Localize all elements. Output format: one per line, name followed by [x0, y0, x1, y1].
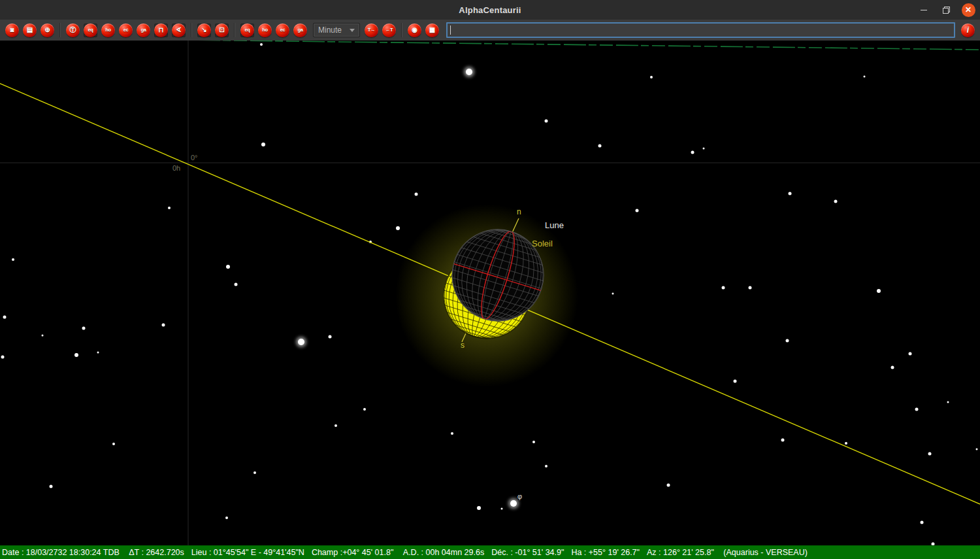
visibility-button[interactable]: ◉ — [408, 24, 421, 37]
star[interactable] — [451, 432, 453, 435]
grid-horizontal-icon: ho — [258, 24, 272, 37]
window-title: AlphaCentaurii — [459, 5, 521, 15]
star[interactable] — [691, 151, 694, 154]
status-segment: Champ :+04° 45' 01.8" — [312, 548, 396, 557]
star[interactable] — [112, 443, 115, 445]
star[interactable] — [235, 283, 238, 286]
grid-label: 0h — [172, 164, 180, 172]
star[interactable] — [864, 76, 866, 78]
star[interactable] — [168, 207, 171, 209]
star[interactable] — [703, 148, 705, 150]
time-step-back-button[interactable]: ←T — [382, 24, 396, 37]
star[interactable] — [667, 484, 670, 487]
grid-ecliptic-button[interactable]: ec — [276, 24, 289, 37]
time-step-forward-button[interactable]: T→ — [365, 24, 378, 37]
minimize-icon — [921, 10, 927, 10]
star[interactable] — [915, 408, 919, 411]
calendar-button[interactable]: ▤ — [23, 24, 37, 37]
restore-button[interactable] — [938, 2, 954, 18]
star[interactable] — [335, 424, 337, 427]
time-step-back-icon: ←T — [382, 24, 396, 37]
star[interactable] — [928, 452, 932, 456]
star[interactable] — [650, 76, 653, 78]
grid-galactic-button[interactable]: ga — [293, 24, 307, 37]
star[interactable] — [947, 401, 949, 403]
star[interactable] — [477, 506, 481, 510]
grid-equatorial-button[interactable]: eq — [240, 24, 254, 37]
star[interactable] — [396, 226, 400, 230]
zoom-box-icon: ⊡ — [215, 24, 229, 37]
star[interactable] — [329, 335, 332, 339]
transit-button[interactable]: ⊓ — [154, 24, 168, 37]
time-step-dropdown[interactable]: Minute — [313, 23, 360, 37]
star[interactable] — [598, 144, 602, 148]
star[interactable] — [226, 265, 230, 269]
grid-horizontal-button[interactable]: ho — [258, 24, 272, 37]
star[interactable] — [845, 442, 847, 445]
star[interactable] — [636, 209, 639, 212]
star[interactable] — [532, 441, 535, 443]
sky-chart[interactable]: 0°0hnsLuneSoleilφ — [0, 41, 980, 545]
star[interactable] — [363, 408, 366, 411]
star[interactable] — [50, 485, 53, 488]
star[interactable] — [891, 366, 894, 369]
star[interactable] — [74, 353, 78, 357]
star[interactable] — [545, 465, 547, 467]
help-button[interactable]: i — [961, 24, 975, 37]
star[interactable] — [612, 293, 614, 295]
star[interactable] — [1, 356, 5, 359]
toolbar-separator — [401, 23, 402, 37]
application-window: AlphaCentaurii ✕ ◙▤⊕Ⓣeqhoecga⊓∢↘⊡eqhoecg… — [0, 0, 980, 559]
star[interactable] — [42, 335, 44, 337]
star[interactable] — [3, 316, 7, 319]
star[interactable] — [545, 120, 548, 123]
zoom-box-button[interactable]: ⊡ — [215, 24, 229, 37]
time-settings-icon: Ⓣ — [66, 24, 80, 37]
star[interactable] — [253, 471, 256, 474]
star[interactable] — [261, 143, 265, 146]
angle-measure-button[interactable]: ∢ — [172, 24, 186, 37]
moon-label: Lune — [545, 220, 564, 230]
close-button[interactable]: ✕ — [960, 2, 976, 18]
star[interactable] — [786, 339, 789, 343]
search-input[interactable] — [446, 22, 955, 38]
status-segment: Az : 126° 21' 25.8" — [647, 548, 716, 557]
star[interactable] — [976, 449, 978, 450]
star[interactable] — [781, 439, 785, 442]
star[interactable] — [415, 193, 418, 196]
star[interactable] — [789, 192, 792, 195]
star[interactable] — [749, 286, 752, 290]
star[interactable] — [466, 69, 472, 75]
star[interactable] — [82, 327, 86, 330]
star[interactable] — [260, 43, 263, 46]
pan-mode-button[interactable]: ↘ — [197, 24, 211, 37]
title-bar[interactable]: AlphaCentaurii ✕ — [0, 0, 980, 20]
grid-label: 0° — [191, 154, 198, 161]
star[interactable] — [97, 352, 99, 354]
coord-equatorial-button[interactable]: eq — [84, 24, 97, 37]
toolbar-separator — [191, 23, 192, 37]
time-settings-button[interactable]: Ⓣ — [66, 24, 80, 37]
star[interactable] — [501, 508, 503, 510]
star[interactable] — [162, 324, 165, 327]
horizon-line — [182, 41, 980, 50]
star[interactable] — [877, 289, 881, 293]
star[interactable] — [909, 352, 912, 356]
star[interactable] — [921, 521, 924, 524]
south-pole-label: s — [461, 341, 465, 350]
minimize-button[interactable] — [916, 2, 932, 18]
star[interactable] — [298, 339, 304, 345]
star[interactable] — [734, 380, 737, 383]
coord-galactic-button[interactable]: ga — [137, 24, 150, 37]
observatory-location-button[interactable]: ⊕ — [41, 24, 54, 37]
star[interactable] — [510, 500, 517, 507]
star[interactable] — [225, 517, 228, 519]
star[interactable] — [722, 286, 725, 290]
image-capture-button[interactable]: ◙ — [5, 24, 19, 37]
star[interactable] — [12, 258, 14, 261]
horizon-view-button[interactable]: ▦ — [425, 24, 439, 37]
coord-horizontal-button[interactable]: ho — [101, 24, 115, 37]
star[interactable] — [834, 200, 838, 203]
coord-ecliptic-button[interactable]: ec — [119, 24, 133, 37]
main-toolbar: ◙▤⊕Ⓣeqhoecga⊓∢↘⊡eqhoecgaMinuteT→←T◉▦i — [0, 20, 980, 41]
